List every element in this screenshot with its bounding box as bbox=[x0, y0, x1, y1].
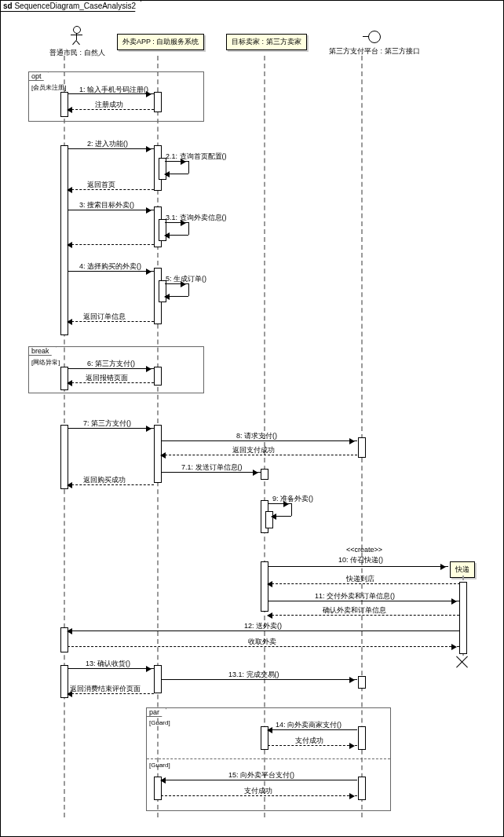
arrow bbox=[68, 189, 154, 190]
sd-prefix: sd bbox=[3, 2, 13, 10]
fragment-opt: opt [会员未注册] bbox=[28, 71, 204, 122]
arrow bbox=[68, 148, 154, 149]
actor-payment: 第三方支付平台 : 第三方接口 bbox=[329, 31, 420, 57]
par-guard1: [Guard] bbox=[149, 719, 170, 726]
actor-citizen: 普通市民 : 自然人 bbox=[49, 26, 105, 58]
activation-box bbox=[358, 726, 366, 750]
stick-figure-icon bbox=[69, 26, 85, 48]
break-label: break bbox=[29, 347, 57, 356]
activation-box bbox=[60, 425, 68, 489]
activation-box bbox=[60, 92, 68, 117]
par-label: par bbox=[147, 708, 166, 717]
arrow bbox=[68, 93, 154, 94]
arrow bbox=[268, 601, 459, 601]
arrow bbox=[161, 780, 357, 780]
arrow bbox=[268, 615, 459, 616]
arrow-self bbox=[165, 283, 188, 284]
activation-box bbox=[154, 367, 162, 386]
activation-box bbox=[261, 469, 268, 480]
arrow-self-side bbox=[291, 503, 292, 516]
arrow bbox=[68, 630, 459, 631]
citizen-label: 普通市民 : 自然人 bbox=[49, 48, 105, 58]
arrow-self bbox=[165, 161, 188, 162]
arrow bbox=[68, 668, 154, 669]
sequence-diagram-frame: sd SequenceDiagram_CaseAnalysis2 普通市民 : … bbox=[0, 0, 504, 837]
arrow-self-back bbox=[165, 235, 188, 236]
activation-box bbox=[358, 676, 366, 689]
arrow bbox=[68, 321, 154, 322]
arrow bbox=[68, 109, 154, 110]
merchant-label: 目标卖家 : 第三方卖家 bbox=[232, 38, 301, 46]
stereotype-create: <<create>> bbox=[346, 546, 382, 554]
courier-label: 快递 bbox=[455, 565, 469, 573]
payment-label: 第三方支付平台 : 第三方接口 bbox=[329, 46, 420, 57]
par-divider bbox=[147, 758, 390, 759]
activation-box bbox=[60, 367, 68, 390]
interface-icon bbox=[329, 31, 420, 45]
lifeline-line-payment bbox=[361, 56, 363, 817]
activation-box bbox=[459, 582, 467, 654]
arrow-self-side bbox=[188, 161, 189, 174]
arrow bbox=[68, 210, 154, 210]
arrow-self-side bbox=[188, 222, 189, 235]
arrow bbox=[68, 646, 459, 647]
activation-box bbox=[358, 777, 366, 800]
arrow bbox=[161, 679, 357, 680]
diagram-title-tab: sd SequenceDiagram_CaseAnalysis2 bbox=[1, 1, 141, 12]
arrow-self-side bbox=[188, 283, 189, 296]
arrow bbox=[68, 428, 154, 429]
arrow-self bbox=[268, 503, 291, 504]
activation-box bbox=[60, 145, 68, 335]
fragment-break: break [网络异常] bbox=[28, 346, 204, 393]
activation-box bbox=[154, 92, 162, 112]
arrow bbox=[68, 693, 154, 694]
msg-10: 10: 传召快递() bbox=[338, 555, 383, 565]
arrow bbox=[268, 745, 357, 746]
arrow bbox=[161, 472, 261, 473]
arrow bbox=[68, 368, 154, 369]
arrow bbox=[68, 382, 154, 383]
arrow bbox=[161, 795, 357, 796]
opt-guard: [会员未注册] bbox=[31, 83, 66, 92]
arrow bbox=[268, 583, 460, 584]
arrow bbox=[68, 244, 154, 245]
opt-label: opt bbox=[29, 72, 49, 81]
par-guard2: [Guard] bbox=[149, 762, 170, 769]
destruction-icon bbox=[456, 656, 469, 668]
arrow bbox=[268, 729, 357, 730]
diagram-title: SequenceDiagram_CaseAnalysis2 bbox=[14, 2, 136, 10]
lifeline-merchant: 目标卖家 : 第三方卖家 bbox=[226, 34, 307, 50]
arrow-self-back bbox=[272, 516, 291, 517]
lifeline-app: 外卖APP : 自助服务系统 bbox=[117, 34, 204, 50]
activation-box bbox=[358, 437, 366, 458]
arrow bbox=[268, 566, 448, 567]
arrow bbox=[161, 455, 357, 455]
app-label: 外卖APP : 自助服务系统 bbox=[122, 38, 199, 46]
arrow-self-back bbox=[165, 174, 188, 174]
arrow-self bbox=[165, 222, 188, 223]
arrow bbox=[68, 484, 154, 485]
break-guard: [网络异常] bbox=[31, 358, 60, 367]
arrow bbox=[161, 440, 357, 441]
arrow-self-back bbox=[165, 296, 188, 297]
arrow bbox=[68, 271, 154, 272]
